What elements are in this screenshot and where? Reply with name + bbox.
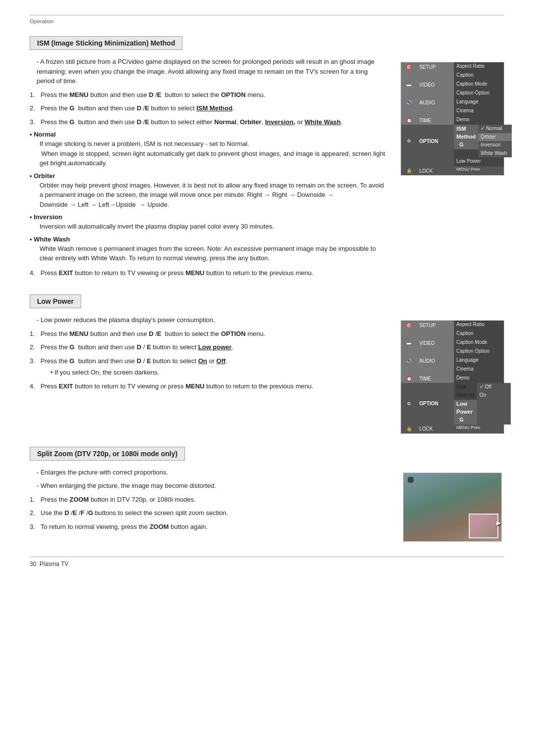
lp-setup-items: Aspect Ratio xyxy=(454,321,504,330)
lp-menu-row-audio: 🔊 AUDIO Language xyxy=(401,356,504,365)
e2-bold: E xyxy=(145,104,149,112)
lp-footer-text: MENU Prev. xyxy=(456,425,481,430)
ism-content-area: A frozen still picture from a PC/video g… xyxy=(30,57,504,282)
bottom-rule: 30 Plasma TV xyxy=(30,557,504,567)
lp-time-icon: ⏰ xyxy=(401,374,417,383)
menu-row-captionopt: Caption Option xyxy=(401,89,504,98)
lock-items: MENU Prev. xyxy=(454,166,504,175)
ism-intro: A frozen still picture from a PC/video g… xyxy=(30,57,386,86)
split-zoom-inner-box xyxy=(469,514,498,538)
blank-icon1 xyxy=(401,71,417,80)
menu-row-setup: 🎯 SETUP Aspect Ratio xyxy=(401,62,504,71)
lp-caption-col: Caption xyxy=(454,330,504,338)
lp-video-icon: ▬ xyxy=(401,338,417,347)
lp-setup-label: SETUP xyxy=(417,321,454,330)
lp-caption-option: Caption Option xyxy=(454,347,504,356)
lp-blank3-icon xyxy=(401,365,417,374)
lp-ism-method: ISM Method xyxy=(454,383,477,400)
lp-caption: Caption xyxy=(454,330,504,338)
inversion-heading: Inversion xyxy=(30,213,386,221)
menu-row-time: ⏰ TIME Demo xyxy=(401,116,504,125)
split-zoom-arrow: ▶ xyxy=(496,520,500,526)
cinema-col: Cinema xyxy=(454,107,504,116)
lp-submenu: Off On xyxy=(477,383,511,425)
lp-video-label: VIDEO xyxy=(417,338,454,347)
video-label: VIDEO xyxy=(417,80,454,89)
setup-items: Aspect Ratio xyxy=(454,62,504,71)
lp-menu-panel: 🎯 SETUP Aspect Ratio Caption xyxy=(400,320,504,434)
menu-row-lowpower: Low Power xyxy=(401,157,504,166)
blank-label3 xyxy=(417,107,454,116)
lp-option-icon: ⚙ xyxy=(401,383,417,425)
split-zoom-image-col: ⬛ ▶ xyxy=(400,468,504,542)
lp-audio-icon: 🔊 xyxy=(401,356,417,365)
ism-heading: ISM (Image Sticking Minimization) Method xyxy=(30,36,182,50)
inversion-body: Inversion will automatically invert the … xyxy=(30,222,386,232)
caption-item-col: Caption xyxy=(454,71,504,80)
option-icon: ⚙ xyxy=(401,125,417,157)
time-items: Demo xyxy=(454,116,504,125)
ism-submenu: Normal Orbiter Inversion White Wash xyxy=(478,125,512,157)
time-icon: ⏰ xyxy=(401,116,417,125)
lp-aspect-ratio: Aspect Ratio xyxy=(454,321,504,329)
blank-label2 xyxy=(417,89,454,98)
split-zoom-heading: Split Zoom (DTV 720p, or 1080i mode only… xyxy=(30,447,185,461)
menu-row-cinema: Cinema xyxy=(401,107,504,116)
ism-step-1: Press the MENU button and then use D /E … xyxy=(30,90,386,100)
time-label: TIME xyxy=(417,116,454,125)
lp-time-label: TIME xyxy=(417,374,454,383)
lp-menu-row-captionopt: Caption Option xyxy=(401,347,504,356)
video-items: Caption Mode xyxy=(454,80,504,89)
menu-footer-text1: MENU Prev. xyxy=(456,167,481,172)
lp-blank2-icon xyxy=(401,347,417,356)
lp-menu-ui: 🎯 SETUP Aspect Ratio Caption xyxy=(400,315,504,434)
split-zoom-label: ⬛ xyxy=(407,477,413,482)
split-zoom-step-3: To return to normal viewing, press the Z… xyxy=(30,522,386,532)
blank-label1 xyxy=(417,71,454,80)
page-number: 30 Plasma TV xyxy=(30,561,69,567)
ism-text-col: A frozen still picture from a PC/video g… xyxy=(30,57,386,282)
lp-option-items: ISM Method Low Power G xyxy=(454,383,477,425)
lp-on-subitem: On xyxy=(477,391,511,400)
lp-menu-row-setup: 🎯 SETUP Aspect Ratio xyxy=(401,321,504,330)
lp-blank2-label xyxy=(417,347,454,356)
inversion-subitem: Inversion xyxy=(478,141,512,149)
lp-menu-row-time: ⏰ TIME Demo xyxy=(401,374,504,383)
split-zoom-section: Split Zoom (DTV 720p, or 1080i mode only… xyxy=(30,443,504,542)
demo-item: Demo xyxy=(454,116,504,124)
split-zoom-step-1: Press the ZOOM button in DTV 720p, or 10… xyxy=(30,495,386,505)
lp-lock-items: MENU Prev. xyxy=(454,425,504,433)
whitewash-heading: White Wash xyxy=(30,236,386,243)
whitewash-bold: White Wash xyxy=(305,118,341,126)
normal-body: If image sticking is never a problem, IS… xyxy=(30,139,386,168)
lp-time-items: Demo xyxy=(454,374,504,383)
lp-menu-row-cinema: Cinema xyxy=(401,365,504,374)
captionopt-col: Caption Option xyxy=(454,89,504,98)
language-item: Language xyxy=(454,98,504,106)
option-bold: OPTION xyxy=(221,91,246,98)
orbiter-bold: Orbiter xyxy=(240,118,261,126)
option-items: ISM Method G xyxy=(454,125,478,157)
menu-row-lock: 🔒 LOCK MENU Prev. xyxy=(401,166,504,175)
lp-step-3: Press the G button and then use D / E bu… xyxy=(30,356,386,378)
ism-section: ISM (Image Sticking Minimization) Method… xyxy=(30,32,504,282)
inversion-bold: Inversion, xyxy=(265,118,295,126)
ism-step-4: Press EXIT button to return to TV viewin… xyxy=(30,268,386,278)
lock-label: LOCK xyxy=(417,166,454,175)
split-zoom-steps: Press the ZOOM button in DTV 720p, or 10… xyxy=(30,495,386,532)
lp-setup-icon: 🎯 xyxy=(401,321,417,330)
normal-heading: Normal xyxy=(30,131,386,138)
top-rule xyxy=(30,15,504,15)
whitewash-body: White Wash remove s permanent images fro… xyxy=(30,244,386,263)
lp-option-label: OPTION xyxy=(417,383,454,425)
audio-icon: 🔊 xyxy=(401,98,417,107)
lp-lock-icon: 🔒 xyxy=(401,425,417,433)
caption-option-item: Caption Option xyxy=(454,89,504,97)
lp-text-col: Low power reduces the plasma display's p… xyxy=(30,315,386,434)
blank-icon2 xyxy=(401,89,417,98)
lp-menu-row-option: ⚙ OPTION ISM Method Low Power G Off On xyxy=(401,383,504,425)
menu-row-video: ▬ VIDEO Caption Mode xyxy=(401,80,504,89)
d-bold: D xyxy=(149,91,153,98)
e3-bold: E xyxy=(145,118,149,126)
lp-video-items: Caption Mode xyxy=(454,338,504,347)
